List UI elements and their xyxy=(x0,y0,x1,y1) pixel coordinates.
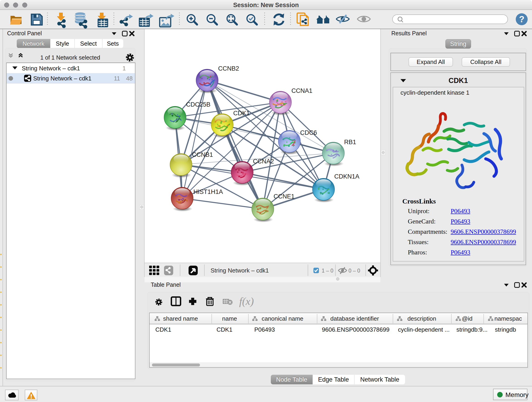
svg-text:CCNA1: CCNA1 xyxy=(291,87,312,94)
svg-text:0 – 0: 0 – 0 xyxy=(348,268,360,274)
svg-text:CCNB2: CCNB2 xyxy=(218,65,239,72)
svg-text:canonical name: canonical name xyxy=(262,315,303,322)
svg-text:namespac: namespac xyxy=(494,315,522,322)
svg-text:CDC6: CDC6 xyxy=(300,129,317,136)
svg-text:f(x): f(x) xyxy=(239,295,254,307)
svg-text:name: name xyxy=(222,315,237,322)
svg-text:?: ? xyxy=(519,14,524,24)
svg-text:CCNE1: CCNE1 xyxy=(273,193,295,200)
svg-text:description: description xyxy=(407,315,436,322)
svg-text:shared name: shared name xyxy=(163,315,198,322)
svg-text:HIST1H1A: HIST1H1A xyxy=(193,188,223,195)
svg-text:String Network – cdk1: String Network – cdk1 xyxy=(210,267,269,274)
svg-text:1 – 0: 1 – 0 xyxy=(322,268,333,274)
svg-text:CCNA2: CCNA2 xyxy=(253,158,274,165)
svg-text:CDKN1A: CDKN1A xyxy=(334,173,360,180)
svg-text:CDC25B: CDC25B xyxy=(186,101,210,108)
svg-text:database identifier: database identifier xyxy=(330,315,379,322)
svg-text:@id: @id xyxy=(462,315,473,322)
svg-text:CDK1: CDK1 xyxy=(233,110,250,117)
svg-text:CCNB1: CCNB1 xyxy=(192,151,213,158)
svg-text:RB1: RB1 xyxy=(344,139,356,146)
